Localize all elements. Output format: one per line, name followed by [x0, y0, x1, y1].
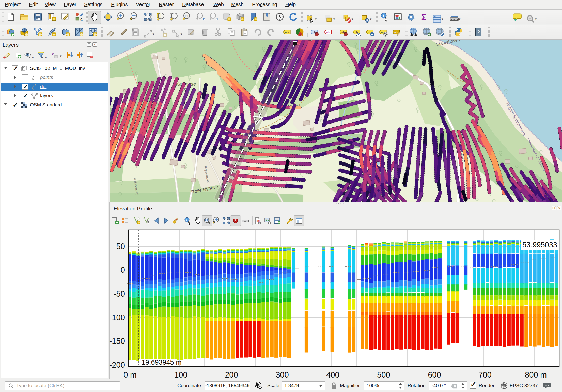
svg-text:0 m: 0 m	[123, 370, 137, 379]
svg-text:100: 100	[174, 370, 188, 379]
svg-text:a: a	[80, 17, 82, 21]
svg-text:1:1: 1:1	[185, 14, 189, 17]
svg-text:200: 200	[225, 370, 238, 379]
svg-text:abc: abc	[326, 31, 331, 34]
svg-text:Kasmose: Kasmose	[176, 81, 196, 87]
svg-text:0: 0	[121, 266, 125, 274]
svg-text:abc: abc	[285, 31, 290, 34]
svg-text:-200: -200	[109, 361, 125, 369]
svg-text:-150: -150	[109, 337, 125, 346]
svg-text:400: 400	[326, 370, 339, 379]
svg-text:800 m: 800 m	[525, 370, 547, 379]
svg-text:19.693945 m: 19.693945 m	[142, 358, 182, 366]
svg-text:i: i	[186, 218, 187, 222]
svg-text:300: 300	[276, 370, 289, 379]
svg-text:700: 700	[478, 370, 492, 379]
svg-text:500: 500	[377, 370, 390, 379]
svg-text:!: !	[260, 386, 261, 389]
svg-text:-50: -50	[114, 289, 125, 298]
svg-text:ab: ab	[313, 31, 316, 34]
svg-text:53.995033: 53.995033	[522, 241, 557, 249]
svg-text:600: 600	[428, 370, 441, 379]
svg-text:50: 50	[116, 242, 125, 251]
svg-text:-100: -100	[109, 313, 125, 322]
svg-text:ε: ε	[52, 51, 54, 58]
svg-text:ab: ab	[341, 31, 345, 34]
svg-text:?: ?	[477, 29, 480, 35]
svg-text:Σ: Σ	[421, 13, 426, 22]
